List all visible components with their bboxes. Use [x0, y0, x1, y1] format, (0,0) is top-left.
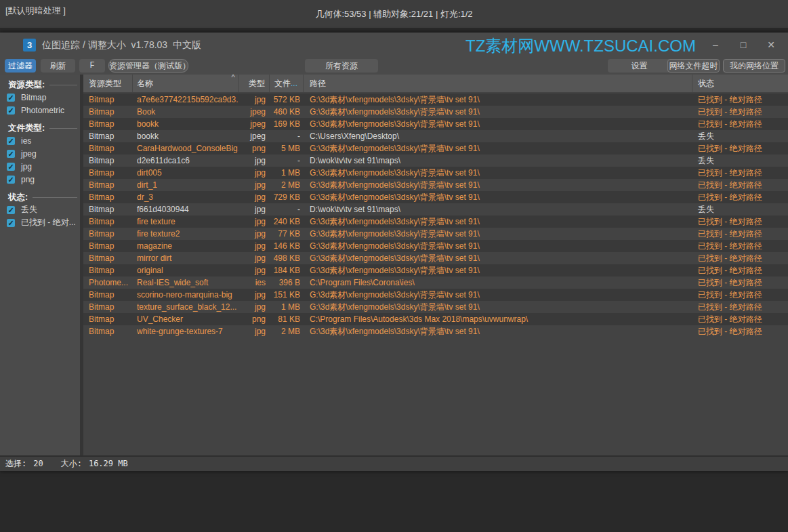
cell-size: 184 KB	[270, 264, 304, 277]
column-header-size[interactable]: 文件...	[270, 75, 304, 92]
table-row[interactable]: Bitmapwhite-grunge-textures-7jpg2 MBG:\3…	[83, 325, 788, 337]
settings-button[interactable]: 设置	[608, 59, 671, 73]
filter-button[interactable]: 过滤器	[5, 59, 36, 73]
table-row[interactable]: Bitmapfire texturejpg240 KBG:\3d素材\xfeng…	[83, 216, 788, 228]
checkbox-icon[interactable]: ✓	[7, 176, 15, 184]
checkbox-icon[interactable]: ✓	[7, 219, 15, 227]
filter-item[interactable]: ✓Photometric	[0, 104, 80, 117]
cell-status: 已找到 - 绝对路径	[692, 277, 788, 289]
table-row[interactable]: Bitmapmagazinejpg146 KBG:\3d素材\xfengmode…	[83, 240, 788, 252]
table-row[interactable]: Bitmaptexture_surface_black_12...jpg1 MB…	[83, 301, 788, 313]
filter-item-label: 丢失	[21, 204, 37, 216]
cell-type: Bitmap	[83, 325, 133, 337]
cell-size: 77 KB	[270, 228, 304, 240]
column-header-status[interactable]: 状态	[692, 75, 788, 92]
cell-name: d2e611dca1c6	[133, 155, 239, 167]
f-button[interactable]: F	[79, 59, 105, 73]
table-row[interactable]: Bitmaporiginaljpg184 KBG:\3d素材\xfengmode…	[83, 264, 788, 277]
titlebar[interactable]: 3 位图追踪 / 调整大小 v1.78.03 中文版 TZ素材网WWW.TZSU…	[0, 33, 788, 58]
cell-type: Bitmap	[83, 240, 133, 252]
filter-item[interactable]: ✓已找到 - 绝对...	[0, 216, 80, 229]
cell-size: 1 MB	[270, 301, 304, 313]
cell-status: 已找到 - 绝对路径	[692, 216, 788, 228]
table-row[interactable]: Bitmapdirt_1jpg2 MBG:\3d素材\xfengmodels\3…	[83, 179, 788, 191]
cell-name: dirt_1	[133, 179, 239, 191]
resource-manager-button[interactable]: 资源管理器（测试版）	[108, 59, 188, 73]
cell-status: 已找到 - 绝对路径	[692, 289, 788, 301]
table-row[interactable]: Bitmapbookkjpeg-C:\Users\Xfeng\Desktop\丢…	[83, 130, 788, 142]
table-row[interactable]: Bitmapdr_3jpg729 KBG:\3d素材\xfengmodels\3…	[83, 191, 788, 203]
cell-size: 1 MB	[270, 167, 304, 179]
cell-ext: jpg	[239, 167, 270, 179]
scene-stats: 几何体:53/53 | 辅助对象:21/21 | 灯光:1/2	[0, 8, 788, 20]
truncation-ellipsis: ...	[291, 79, 297, 88]
cell-size: -	[270, 155, 304, 167]
filter-item[interactable]: ✓Bitmap	[0, 91, 80, 104]
column-header-name[interactable]: 名称^	[133, 75, 239, 92]
cell-name: texture_surface_black_12...	[133, 301, 239, 313]
filter-item[interactable]: ✓png	[0, 173, 80, 186]
checkbox-icon[interactable]: ✓	[7, 106, 15, 115]
all-resources-button[interactable]: 所有资源	[305, 59, 378, 73]
cell-path: C:\Program Files\Autodesk\3ds Max 2018\m…	[304, 313, 692, 325]
cell-type: Bitmap	[83, 179, 133, 191]
cell-type: Bitmap	[83, 313, 133, 325]
checkbox-icon[interactable]: ✓	[7, 163, 15, 171]
filter-item[interactable]: ✓jpeg	[0, 147, 80, 160]
cell-size: 396 B	[270, 277, 304, 289]
cell-path: G:\3d素材\xfengmodels\3dsky\背景墙\tv set 91\	[304, 228, 692, 240]
checkbox-icon[interactable]: ✓	[7, 150, 15, 158]
statusbar: 选择:20 大小:16.29 MB	[0, 455, 788, 471]
filter-item[interactable]: ✓丢失	[0, 203, 80, 216]
cell-type: Bitmap	[83, 106, 133, 118]
cell-size: 81 KB	[270, 313, 304, 325]
cell-path: G:\3d素材\xfengmodels\3dsky\背景墙\tv set 91\	[304, 94, 692, 106]
table-row[interactable]: BitmapCaraHardwood_ConsoleBig...png5 MBG…	[83, 142, 788, 155]
table-row[interactable]: Bitmapbookkjpeg169 KBG:\3d素材\xfengmodels…	[83, 118, 788, 130]
table-row[interactable]: Bitmapdirt005jpg1 MBG:\3d素材\xfengmodels\…	[83, 167, 788, 179]
bitmap-tracking-window: 3 位图追踪 / 调整大小 v1.78.03 中文版 TZ素材网WWW.TZSU…	[0, 33, 788, 471]
cell-ext: jpg	[239, 264, 270, 277]
cell-ext: jpg	[239, 325, 270, 337]
minimize-button[interactable]: –	[705, 33, 726, 58]
cell-ext: jpeg	[239, 106, 270, 118]
table-row[interactable]: BitmapUV_Checkerpng81 KBC:\Program Files…	[83, 313, 788, 325]
table-row[interactable]: Bitmapa7e6e37742215b592ca9d3...jpg572 KB…	[83, 94, 788, 106]
cell-type: Bitmap	[83, 216, 133, 228]
window-title: 位图追踪 / 调整大小 v1.78.03 中文版	[42, 39, 201, 52]
cell-type: Photome...	[83, 277, 133, 289]
table-row[interactable]: Bitmapscorino-nero-marquina-bigjpg151 KB…	[83, 289, 788, 301]
cell-name: fire texture	[133, 216, 239, 228]
my-network-places-button[interactable]: 我的网络位置	[723, 59, 785, 73]
filter-item-label: jpg	[21, 162, 32, 171]
checkbox-icon[interactable]: ✓	[7, 94, 15, 102]
cell-ext: jpg	[239, 94, 270, 106]
refresh-button[interactable]: 刷新	[41, 59, 75, 73]
cell-path: G:\3d素材\xfengmodels\3dsky\背景墙\tv set 91\	[304, 191, 692, 203]
filter-item-label: Photometric	[21, 106, 64, 115]
column-header-path[interactable]: 路径	[304, 75, 692, 92]
checkbox-icon[interactable]: ✓	[7, 206, 15, 214]
cell-path: G:\3d素材\xfengmodels\3dsky\背景墙\tv set 91\	[304, 325, 692, 337]
table-row[interactable]: Bitmapd2e611dca1c6jpg-D:\wok\tv\tv set 9…	[83, 155, 788, 167]
table-row[interactable]: BitmapBookjpeg460 KBG:\3d素材\xfengmodels\…	[83, 106, 788, 118]
table-row[interactable]: Bitmapf661d4030944jpg-D:\wok\tv\tv set 9…	[83, 203, 788, 216]
maximize-button[interactable]: □	[732, 33, 754, 58]
cell-ext: jpg	[239, 301, 270, 313]
table-row[interactable]: Bitmapmirror dirtjpg498 KBG:\3d素材\xfengm…	[83, 252, 788, 264]
sort-asc-icon: ^	[226, 75, 239, 86]
column-header-type[interactable]: 资源类型	[83, 75, 133, 92]
table-row[interactable]: Photome...Real-IES_wide_softies396 BC:\P…	[83, 277, 788, 289]
table-row[interactable]: Bitmapfire texture2jpg77 KBG:\3d素材\xfeng…	[83, 228, 788, 240]
filter-item[interactable]: ✓jpg	[0, 160, 80, 173]
filter-item-label: 已找到 - 绝对...	[21, 217, 76, 228]
cell-ext: jpg	[239, 179, 270, 191]
column-header-ext[interactable]: 类型	[239, 75, 270, 92]
checkbox-icon[interactable]: ✓	[7, 137, 15, 145]
filter-item-label: png	[21, 175, 35, 184]
main-area: 资源类型:✓Bitmap✓Photometric文件类型:✓ies✓jpeg✓j…	[0, 75, 788, 455]
cell-ext: jpg	[239, 240, 270, 252]
close-button[interactable]: ✕	[760, 33, 782, 58]
filter-item[interactable]: ✓ies	[0, 134, 80, 147]
network-timeout-button[interactable]: 网络文件超时	[667, 59, 720, 73]
